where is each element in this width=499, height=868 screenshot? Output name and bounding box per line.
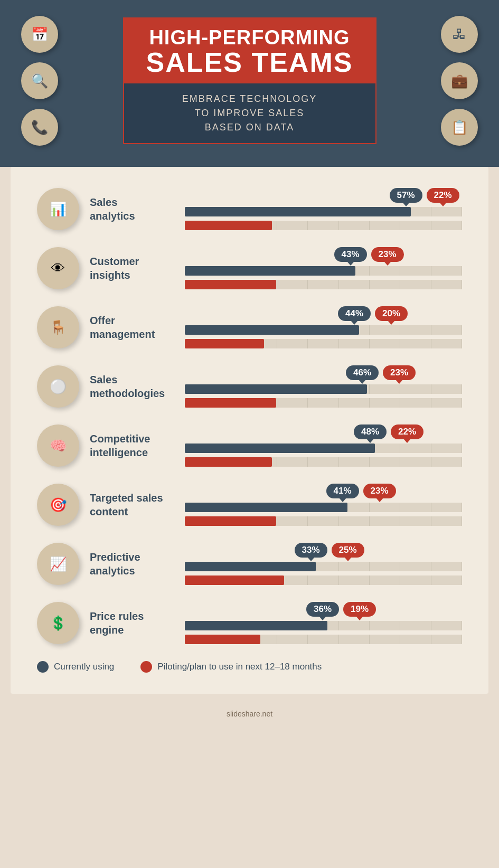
- track-red-competitive-intelligence: [185, 457, 462, 467]
- current-pct-targeted-sales-content: 41%: [326, 484, 359, 498]
- chart-row-competitive-intelligence: 🧠 Competitive intelligence 48% 22%: [37, 424, 462, 467]
- track-dark-predictive-analytics: [185, 562, 462, 571]
- footer-source: slideshare.net: [227, 710, 272, 718]
- bubble-group-predictive-analytics: 33% 25%: [295, 543, 364, 558]
- bar-track-dark-competitive-intelligence: [185, 444, 462, 453]
- bar-dark-price-rules-engine: [185, 621, 327, 630]
- chart-row-customer-insights: 👁 Customer insights 43% 23%: [37, 247, 462, 289]
- bar-track-red-targeted-sales-content: [185, 516, 462, 526]
- bar-dark-customer-insights: [185, 266, 355, 276]
- header-center: HIGH-PERFORMING SALES TEAMS EMBRACE TECH…: [58, 17, 441, 145]
- track-dark-customer-insights: [185, 266, 462, 276]
- bar-track-red-sales-analytics: [185, 221, 462, 230]
- bar-red-price-rules-engine: [185, 635, 260, 644]
- current-pct-customer-insights: 43%: [334, 247, 367, 262]
- icon-glyph-competitive-intelligence: 🧠: [50, 438, 67, 454]
- legend-currently-using: Currently using: [37, 661, 114, 673]
- label-offer-management: Offer management: [90, 314, 174, 341]
- bars-predictive-analytics: 33% 25%: [185, 543, 462, 585]
- title-line2: SALES TEAMS: [139, 49, 361, 76]
- bar-red-competitive-intelligence: [185, 457, 272, 467]
- bar-red-sales-methodologies: [185, 398, 276, 408]
- bar-track-dark-sales-analytics: [185, 207, 462, 216]
- legend-dot-dark: [37, 661, 49, 673]
- pilot-pct-customer-insights: 23%: [371, 247, 404, 262]
- icon-predictive-analytics: 📈: [37, 543, 79, 585]
- bars-competitive-intelligence: 48% 22%: [185, 424, 462, 467]
- current-pct-sales-analytics: 57%: [390, 188, 422, 203]
- bar-track-dark-predictive-analytics: [185, 562, 462, 571]
- bar-track-dark-targeted-sales-content: [185, 503, 462, 512]
- chart-row-sales-methodologies: ⚪ Sales methodologies 46% 23%: [37, 365, 462, 408]
- bubble-group-offer-management: 44% 20%: [338, 306, 408, 321]
- icon-glyph-sales-methodologies: ⚪: [50, 379, 67, 395]
- bars-targeted-sales-content: 41% 23%: [185, 484, 462, 526]
- bubbles-competitive-intelligence: 48% 22%: [185, 424, 462, 439]
- bubbles-predictive-analytics: 33% 25%: [185, 543, 462, 558]
- bar-track-dark-price-rules-engine: [185, 621, 462, 630]
- icon-glyph-sales-analytics: 📊: [50, 201, 67, 218]
- bubble-group-price-rules-engine: 36% 19%: [306, 602, 376, 617]
- current-pct-predictive-analytics: 33%: [295, 543, 327, 558]
- track-dark-sales-methodologies: [185, 384, 462, 394]
- pilot-pct-sales-methodologies: 23%: [383, 365, 416, 380]
- bar-red-targeted-sales-content: [185, 516, 276, 526]
- current-pct-offer-management: 44%: [338, 306, 371, 321]
- pilot-pct-competitive-intelligence: 22%: [391, 424, 423, 439]
- icon-sales-methodologies: ⚪: [37, 365, 79, 408]
- bar-track-dark-sales-methodologies: [185, 384, 462, 394]
- label-competitive-intelligence: Competitive intelligence: [90, 432, 174, 459]
- label-sales-analytics: Sales analytics: [90, 195, 174, 223]
- bars-sales-analytics: 57% 22%: [185, 188, 462, 230]
- icon-glyph-predictive-analytics: 📈: [50, 556, 67, 572]
- bar-dark-offer-management: [185, 325, 359, 335]
- track-red-sales-methodologies: [185, 398, 462, 408]
- icon-customer-insights: 👁: [37, 247, 79, 289]
- icon-glyph-targeted-sales-content: 🎯: [50, 497, 67, 513]
- icon-competitive-intelligence: 🧠: [37, 424, 79, 467]
- briefcase-icon: 💼: [441, 62, 478, 99]
- label-sales-methodologies: Sales methodologies: [90, 373, 174, 400]
- bar-dark-targeted-sales-content: [185, 503, 347, 512]
- bubble-group-sales-analytics: 57% 22%: [390, 188, 459, 203]
- bars-sales-methodologies: 46% 23%: [185, 365, 462, 408]
- label-price-rules-engine: Price rules engine: [90, 609, 174, 637]
- bar-track-dark-customer-insights: [185, 266, 462, 276]
- icon-glyph-price-rules-engine: 💲: [50, 615, 67, 631]
- icon-price-rules-engine: 💲: [37, 602, 79, 644]
- subtitle: EMBRACE TECHNOLOGY TO IMPROVE SALES BASE…: [135, 92, 365, 135]
- bars-customer-insights: 43% 23%: [185, 247, 462, 289]
- bubble-group-targeted-sales-content: 41% 23%: [326, 484, 396, 498]
- bar-track-red-predictive-analytics: [185, 575, 462, 585]
- bar-dark-sales-methodologies: [185, 384, 367, 394]
- title-line1: HIGH-PERFORMING: [139, 27, 361, 49]
- track-dark-sales-analytics: [185, 207, 462, 216]
- legend-piloting-label: Piloting/plan to use in next 12–18 month…: [157, 662, 322, 672]
- calendar-icon: 📅: [21, 16, 58, 53]
- phone-icon: 📞: [21, 109, 58, 146]
- pilot-pct-predictive-analytics: 25%: [332, 543, 364, 558]
- icon-glyph-customer-insights: 👁: [51, 260, 65, 277]
- legend-piloting: Piloting/plan to use in next 12–18 month…: [140, 661, 322, 673]
- bar-dark-sales-analytics: [185, 207, 411, 216]
- icon-glyph-offer-management: 🪑: [50, 319, 67, 336]
- track-dark-competitive-intelligence: [185, 444, 462, 453]
- track-red-price-rules-engine: [185, 635, 462, 644]
- bar-dark-competitive-intelligence: [185, 444, 375, 453]
- chart-rows: 📊 Sales analytics 57% 22%: [37, 188, 462, 644]
- legend-currently-using-label: Currently using: [54, 662, 114, 672]
- bubbles-price-rules-engine: 36% 19%: [185, 602, 462, 617]
- track-red-customer-insights: [185, 280, 462, 289]
- track-dark-price-rules-engine: [185, 621, 462, 630]
- bars-price-rules-engine: 36% 19%: [185, 602, 462, 644]
- clipboard-icon: 📋: [441, 109, 478, 146]
- bar-red-sales-analytics: [185, 221, 272, 230]
- icon-sales-analytics: 📊: [37, 188, 79, 230]
- label-predictive-analytics: Predictive analytics: [90, 550, 174, 578]
- bars-offer-management: 44% 20%: [185, 306, 462, 348]
- main-content: 📊 Sales analytics 57% 22%: [11, 167, 488, 694]
- label-targeted-sales-content: Targeted sales content: [90, 491, 174, 518]
- bar-track-red-customer-insights: [185, 280, 462, 289]
- chart-row-price-rules-engine: 💲 Price rules engine 36% 19%: [37, 602, 462, 644]
- current-pct-price-rules-engine: 36%: [306, 602, 339, 617]
